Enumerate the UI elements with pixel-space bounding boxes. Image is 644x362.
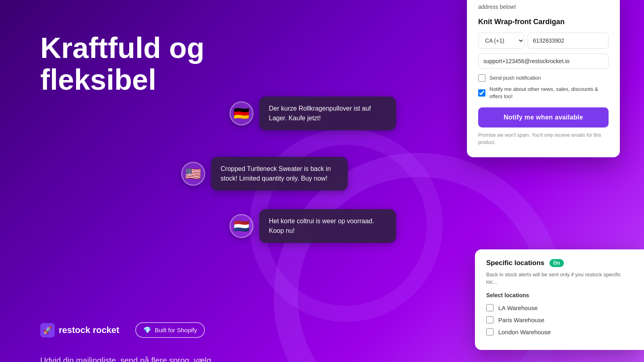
london-warehouse-checkbox[interactable]: [486, 328, 493, 335]
push-notification-label[interactable]: Send push notification: [489, 74, 541, 82]
chat-bubble-de: 🇩🇪 Der kurze Rollkragenpullover ist auf …: [229, 97, 396, 130]
bubble-text-us: Cropped Turtleneck Sweater is back in st…: [211, 157, 348, 191]
brand-name: restock rocket: [59, 325, 119, 335]
location-item-paris: Paris Warehouse: [486, 316, 633, 323]
country-select[interactable]: CA (+1) US (+1) GB (+44) DE (+49) NL (+3…: [478, 33, 524, 49]
bubble-text-de: Der kurze Rollkragenpullover ist auf Lag…: [259, 97, 396, 130]
flag-de: 🇩🇪: [229, 101, 254, 125]
select-locations-label: Select locations: [486, 292, 633, 298]
flag-us: 🇺🇸: [181, 162, 205, 186]
shopify-badge-label: Built for Shopify: [155, 327, 197, 333]
phone-input[interactable]: [528, 33, 609, 49]
paris-warehouse-label[interactable]: Paris Warehouse: [498, 317, 545, 323]
chat-bubble-nl: 🇳🇱 Het korte coltrui is weer op voorraad…: [229, 209, 396, 243]
location-item-la: LA Warehouse: [486, 304, 633, 311]
la-warehouse-label[interactable]: LA Warehouse: [498, 304, 538, 311]
brand-bar: 🚀 restock rocket 💎 Built for Shopify: [40, 322, 205, 338]
marketing-checkbox[interactable]: [478, 89, 485, 97]
chat-bubble-us: 🇺🇸 Cropped Turtleneck Sweater is back in…: [181, 157, 348, 191]
la-warehouse-checkbox[interactable]: [486, 304, 493, 311]
marketing-label[interactable]: Notify me about other news, sales, disco…: [489, 86, 609, 100]
push-notification-row: Send push notification: [478, 74, 609, 82]
email-input[interactable]: [478, 53, 609, 69]
spam-note: Promise we won't spam. You'll only recei…: [478, 132, 609, 146]
push-notification-checkbox[interactable]: [478, 74, 485, 82]
diamond-icon: 💎: [143, 326, 151, 334]
paris-warehouse-checkbox[interactable]: [486, 316, 493, 323]
locations-card: Specific locations On Back in stock aler…: [475, 249, 644, 350]
main-heading: Kraftfuld og fleksibel: [40, 32, 274, 96]
form-card: address below! Knit Wrap-front Cardigan …: [467, 0, 620, 157]
product-name: Knit Wrap-front Cardigan: [478, 18, 609, 26]
flag-nl: 🇳🇱: [229, 214, 254, 238]
rocket-icon: 🚀: [40, 323, 55, 337]
bubble-text-nl: Het korte coltrui is weer op voorraad. K…: [259, 209, 396, 243]
marketing-row: Notify me about other news, sales, disco…: [478, 86, 609, 100]
locations-title: Specific locations: [486, 259, 545, 267]
form-subtitle: address below!: [478, 3, 609, 11]
on-badge: On: [549, 259, 564, 267]
brand-logo: 🚀 restock rocket: [40, 323, 119, 337]
locations-subtitle: Back in stock alerts will be sent only i…: [486, 271, 633, 286]
sub-text: Udvid din mailingliste, send på flere sp…: [40, 354, 233, 362]
location-item-london: London Warehouse: [486, 328, 633, 335]
locations-header: Specific locations On: [486, 259, 633, 267]
shopify-badge-button[interactable]: 💎 Built for Shopify: [135, 322, 205, 338]
london-warehouse-label[interactable]: London Warehouse: [498, 329, 551, 335]
phone-row: CA (+1) US (+1) GB (+44) DE (+49) NL (+3…: [478, 33, 609, 49]
notify-button[interactable]: Notify me when available: [478, 107, 609, 128]
